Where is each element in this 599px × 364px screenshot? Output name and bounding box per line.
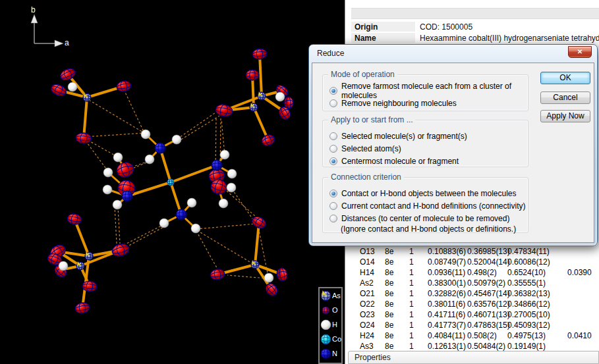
application-window: b a AsOHCoN Origin COD: 1500005 Name Hex…	[0, 0, 599, 364]
cancel-button[interactable]: Cancel	[540, 91, 590, 104]
atom-cell: 0.60086(12)	[507, 257, 550, 267]
atom-cell: 0.4975(13)	[507, 330, 546, 341]
atom-cell: 0.19149(1)	[507, 341, 546, 351]
atom-cell: 0.52004(14)	[467, 257, 510, 267]
atom-cell: 1	[409, 267, 414, 278]
group-mode-of-operation: Mode of operation Remove farmost molecul…	[322, 74, 528, 111]
atom-row[interactable]: O218e10.32882(6)0.45467(14)0.36382(13)	[345, 288, 599, 299]
radio-option-note: (Ignore contact and H-bond objects or de…	[341, 224, 528, 234]
atom-cell: 8e	[385, 299, 393, 309]
atom-cell: 0.32882(6)	[428, 288, 466, 299]
dialog-content: Mode of operation Remove farmost molecul…	[312, 63, 594, 243]
radio-option[interactable]: Selected atom(s)	[329, 142, 528, 155]
axis-label-b: b	[31, 5, 36, 14]
atom-cell: 1	[409, 330, 414, 341]
atom-cell: H24	[360, 330, 374, 341]
group-label: Apply to or start from ...	[328, 115, 416, 124]
atom-cell: 0.12613(1)	[428, 341, 466, 351]
legend-label: As	[332, 292, 341, 299]
properties-footer-bar[interactable]: Properties	[348, 351, 599, 364]
legend-label: Co	[332, 335, 341, 343]
atom-cell: 0.08749(7)	[428, 257, 466, 267]
close-icon[interactable]: ✕	[568, 46, 592, 58]
atom-cell: O24	[360, 320, 375, 330]
atom-cell: 0.36382(13)	[507, 288, 550, 299]
atom-cell: 1	[409, 246, 414, 257]
radio-option[interactable]: Distances (to center of molecule to be r…	[329, 212, 528, 224]
co-atom-icon	[320, 334, 331, 345]
atom-legend: AsOHCoN	[318, 287, 343, 364]
atom-cell: 0.41711(6)	[428, 309, 465, 320]
radio-label: Distances (to center of molecule to be r…	[341, 214, 509, 223]
atom-cell: 0.46071(13)	[467, 309, 510, 320]
radio-icon[interactable]	[329, 215, 337, 222]
atom-cell: 0.63576(12)	[467, 299, 510, 309]
radio-icon[interactable]	[329, 132, 337, 140]
legend-item-h: H	[320, 317, 341, 332]
atom-cell: 8e	[385, 341, 393, 351]
radio-option[interactable]: Selected molecule(s) or fragment(s)	[329, 130, 528, 142]
radio-option[interactable]: Centermost molecule or fragment	[329, 155, 528, 167]
axes-widget	[31, 14, 63, 47]
molecule-rendering[interactable]	[0, 0, 345, 364]
atom-cell: O21	[360, 288, 375, 299]
atom-cell: 0.45467(14)	[467, 288, 510, 299]
atom-cell: 1	[409, 320, 414, 330]
atom-cell: As3	[360, 341, 374, 351]
atom-cell: 0.0410	[567, 330, 592, 341]
atom-row[interactable]: H148e10.0936(11)0.498(2)0.6524(10)0.0390	[345, 267, 599, 278]
atom-cell: 0.50484(2)	[467, 341, 505, 351]
apply-now-button[interactable]: Apply Now	[540, 110, 590, 122]
atom-cell: 8e	[385, 320, 393, 330]
atom-cell: 0.38011(6)	[428, 299, 465, 309]
property-row-origin[interactable]: Origin COD: 1500005	[351, 22, 599, 32]
property-value: Hexaammine cobalt(III) hydrogenarseniate…	[420, 33, 599, 43]
atom-row[interactable]: H248e10.4084(11)0.508(2)0.4975(13)0.0410	[345, 330, 599, 341]
atom-row[interactable]: As38e10.12613(1)0.50484(2)0.19149(1)	[345, 341, 599, 351]
atom-cell: 1	[409, 299, 414, 309]
radio-label: Current contact and H-bond definitions (…	[341, 201, 525, 211]
atom-cell: 8e	[385, 330, 393, 341]
radio-selected-icon[interactable]	[329, 157, 337, 165]
radio-option[interactable]: Current contact and H-bond definitions (…	[329, 199, 528, 212]
radio-icon[interactable]	[329, 145, 337, 153]
atom-cell: O13	[360, 246, 375, 257]
atom-cell: 8e	[385, 267, 393, 278]
atom-row[interactable]: O238e10.41711(6)0.46071(13)0.27005(10)	[345, 309, 599, 320]
atom-cell: 0.10883(6)	[428, 246, 466, 257]
atom-row[interactable]: As28e10.38300(1)0.50979(2)0.35555(1)	[345, 278, 599, 288]
atom-cell: As2	[360, 278, 374, 288]
legend-label: O	[332, 306, 338, 314]
radio-selected-icon[interactable]	[329, 190, 337, 197]
property-row-name[interactable]: Name Hexaammine cobalt(III) hydrogenarse…	[351, 33, 599, 43]
atom-cell: 0.0936(11)	[428, 267, 465, 278]
atom-cell: 0.498(2)	[467, 267, 497, 278]
atom-row[interactable]: O248e10.41773(7)0.47863(15)0.45093(12)	[345, 320, 599, 330]
radio-icon[interactable]	[329, 202, 337, 210]
radio-option[interactable]: Remove farmost molecule each from a clus…	[329, 84, 528, 97]
radio-option[interactable]: Contact or H-bond objects between the mo…	[329, 187, 528, 199]
axis-label-a: a	[65, 38, 69, 47]
atom-row[interactable]: O138e10.10883(6)0.36985(13)0.47834(11)	[345, 246, 599, 257]
radio-label: Selected molecule(s) or fragment(s)	[341, 132, 467, 141]
group-connection-criterion: Connection criterion Contact or H-bond o…	[322, 177, 528, 233]
legend-item-co: Co	[320, 332, 341, 346]
ok-button[interactable]: OK	[540, 72, 590, 84]
atom-cell: 0.4084(11)	[428, 330, 465, 341]
radio-icon[interactable]	[329, 99, 337, 107]
atom-row[interactable]: O228e10.38011(6)0.63576(12)0.34866(12)	[345, 299, 599, 309]
atom-cell: O22	[360, 299, 375, 309]
radio-label: Contact or H-bond objects between the mo…	[341, 189, 516, 198]
radio-selected-icon[interactable]	[329, 87, 337, 95]
radio-label: Remove neighbouring molecules	[341, 99, 457, 108]
legend-item-n: N	[320, 346, 341, 361]
atom-cell: 1	[409, 257, 414, 267]
atom-cell: 0.45093(12)	[507, 320, 550, 330]
n-atom-icon	[320, 348, 331, 359]
atom-cell: 1	[409, 309, 414, 320]
atom-cell: 8e	[385, 288, 393, 299]
atom-cell: 8e	[385, 246, 393, 257]
structure-viewport[interactable]: b a AsOHCoN	[0, 0, 345, 364]
h-atom-icon	[320, 319, 331, 330]
atom-row[interactable]: O148e10.08749(7)0.52004(14)0.60086(12)	[345, 257, 599, 267]
